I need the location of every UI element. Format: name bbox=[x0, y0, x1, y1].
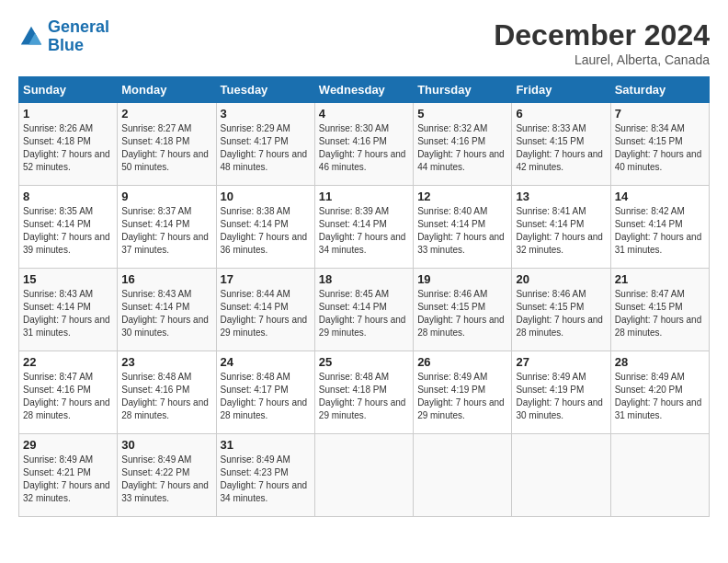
day-number: 21 bbox=[615, 272, 705, 286]
day-number: 19 bbox=[417, 272, 507, 286]
day-info: Sunrise: 8:26 AM Sunset: 4:18 PM Dayligh… bbox=[23, 122, 113, 174]
day-info: Sunrise: 8:47 AM Sunset: 4:16 PM Dayligh… bbox=[23, 371, 113, 422]
day-number: 14 bbox=[615, 190, 705, 203]
day-number: 6 bbox=[516, 107, 606, 121]
day-number: 4 bbox=[319, 107, 409, 121]
day-info: Sunrise: 8:32 AM Sunset: 4:16 PM Dayligh… bbox=[417, 122, 507, 174]
day-info: Sunrise: 8:35 AM Sunset: 4:14 PM Dayligh… bbox=[23, 205, 113, 257]
day-info: Sunrise: 8:27 AM Sunset: 4:18 PM Dayligh… bbox=[121, 122, 211, 174]
calendar-day-cell: 28 Sunrise: 8:49 AM Sunset: 4:20 PM Dayl… bbox=[610, 351, 709, 434]
day-number: 16 bbox=[121, 272, 211, 286]
calendar-week-row: 29 Sunrise: 8:49 AM Sunset: 4:21 PM Dayl… bbox=[19, 434, 710, 517]
calendar-day-cell: 24 Sunrise: 8:48 AM Sunset: 4:17 PM Dayl… bbox=[216, 351, 314, 434]
day-info: Sunrise: 8:49 AM Sunset: 4:23 PM Dayligh… bbox=[221, 454, 311, 505]
calendar-day-cell: 21 Sunrise: 8:47 AM Sunset: 4:15 PM Dayl… bbox=[610, 269, 709, 351]
calendar-day-cell bbox=[512, 434, 610, 517]
day-header-sunday: Sunday bbox=[19, 77, 118, 103]
day-number: 8 bbox=[23, 190, 113, 203]
day-number: 29 bbox=[23, 438, 113, 452]
day-header-monday: Monday bbox=[118, 77, 216, 103]
day-info: Sunrise: 8:30 AM Sunset: 4:16 PM Dayligh… bbox=[319, 122, 409, 174]
day-info: Sunrise: 8:49 AM Sunset: 4:20 PM Dayligh… bbox=[615, 371, 705, 422]
calendar-day-cell: 30 Sunrise: 8:49 AM Sunset: 4:22 PM Dayl… bbox=[118, 434, 216, 517]
day-info: Sunrise: 8:33 AM Sunset: 4:15 PM Dayligh… bbox=[516, 122, 606, 174]
calendar-day-cell: 9 Sunrise: 8:37 AM Sunset: 4:14 PM Dayli… bbox=[118, 186, 216, 269]
day-number: 12 bbox=[417, 190, 507, 203]
day-number: 3 bbox=[221, 107, 311, 121]
day-number: 30 bbox=[121, 438, 211, 452]
calendar-week-row: 1 Sunrise: 8:26 AM Sunset: 4:18 PM Dayli… bbox=[19, 103, 710, 186]
day-number: 7 bbox=[615, 107, 705, 121]
day-info: Sunrise: 8:48 AM Sunset: 4:17 PM Dayligh… bbox=[221, 371, 311, 422]
day-header-tuesday: Tuesday bbox=[216, 77, 314, 103]
month-title: December 2024 bbox=[494, 18, 710, 52]
calendar-day-cell: 12 Sunrise: 8:40 AM Sunset: 4:14 PM Dayl… bbox=[414, 186, 512, 269]
calendar-day-cell bbox=[314, 434, 413, 517]
day-info: Sunrise: 8:37 AM Sunset: 4:14 PM Dayligh… bbox=[121, 205, 211, 257]
calendar-day-cell bbox=[414, 434, 512, 517]
calendar-day-cell: 26 Sunrise: 8:49 AM Sunset: 4:19 PM Dayl… bbox=[414, 351, 512, 434]
calendar-header-row: SundayMondayTuesdayWednesdayThursdayFrid… bbox=[19, 77, 710, 103]
day-header-friday: Friday bbox=[512, 77, 610, 103]
calendar-body: 1 Sunrise: 8:26 AM Sunset: 4:18 PM Dayli… bbox=[19, 103, 710, 517]
calendar-day-cell bbox=[610, 434, 709, 517]
day-number: 31 bbox=[221, 438, 311, 452]
calendar-day-cell: 6 Sunrise: 8:33 AM Sunset: 4:15 PM Dayli… bbox=[512, 103, 610, 186]
day-info: Sunrise: 8:48 AM Sunset: 4:16 PM Dayligh… bbox=[121, 371, 211, 422]
calendar-week-row: 15 Sunrise: 8:43 AM Sunset: 4:14 PM Dayl… bbox=[19, 269, 710, 351]
day-info: Sunrise: 8:41 AM Sunset: 4:14 PM Dayligh… bbox=[516, 205, 606, 257]
day-info: Sunrise: 8:29 AM Sunset: 4:17 PM Dayligh… bbox=[221, 122, 311, 174]
day-info: Sunrise: 8:46 AM Sunset: 4:15 PM Dayligh… bbox=[417, 288, 507, 339]
day-number: 22 bbox=[23, 355, 113, 369]
calendar-day-cell: 17 Sunrise: 8:44 AM Sunset: 4:14 PM Dayl… bbox=[216, 269, 314, 351]
day-info: Sunrise: 8:42 AM Sunset: 4:14 PM Dayligh… bbox=[615, 205, 705, 257]
calendar-day-cell: 13 Sunrise: 8:41 AM Sunset: 4:14 PM Dayl… bbox=[512, 186, 610, 269]
calendar-day-cell: 14 Sunrise: 8:42 AM Sunset: 4:14 PM Dayl… bbox=[610, 186, 709, 269]
calendar-day-cell: 15 Sunrise: 8:43 AM Sunset: 4:14 PM Dayl… bbox=[19, 269, 118, 351]
day-info: Sunrise: 8:49 AM Sunset: 4:22 PM Dayligh… bbox=[121, 454, 211, 505]
calendar-day-cell: 4 Sunrise: 8:30 AM Sunset: 4:16 PM Dayli… bbox=[314, 103, 413, 186]
day-info: Sunrise: 8:47 AM Sunset: 4:15 PM Dayligh… bbox=[615, 288, 705, 339]
calendar-day-cell: 7 Sunrise: 8:34 AM Sunset: 4:15 PM Dayli… bbox=[610, 103, 709, 186]
day-number: 26 bbox=[417, 355, 507, 369]
calendar-day-cell: 1 Sunrise: 8:26 AM Sunset: 4:18 PM Dayli… bbox=[19, 103, 118, 186]
day-number: 23 bbox=[121, 355, 211, 369]
day-info: Sunrise: 8:43 AM Sunset: 4:14 PM Dayligh… bbox=[23, 288, 113, 339]
logo-text: General Blue bbox=[48, 18, 109, 55]
day-number: 11 bbox=[319, 190, 409, 203]
calendar-day-cell: 19 Sunrise: 8:46 AM Sunset: 4:15 PM Dayl… bbox=[414, 269, 512, 351]
day-info: Sunrise: 8:49 AM Sunset: 4:19 PM Dayligh… bbox=[417, 371, 507, 422]
day-header-thursday: Thursday bbox=[414, 77, 512, 103]
day-info: Sunrise: 8:39 AM Sunset: 4:14 PM Dayligh… bbox=[319, 205, 409, 257]
location-title: Laurel, Alberta, Canada bbox=[494, 52, 710, 67]
day-number: 1 bbox=[23, 107, 113, 121]
day-number: 10 bbox=[221, 190, 311, 203]
day-number: 13 bbox=[516, 190, 606, 203]
day-info: Sunrise: 8:49 AM Sunset: 4:21 PM Dayligh… bbox=[23, 454, 113, 505]
calendar-day-cell: 25 Sunrise: 8:48 AM Sunset: 4:18 PM Dayl… bbox=[314, 351, 413, 434]
calendar-day-cell: 10 Sunrise: 8:38 AM Sunset: 4:14 PM Dayl… bbox=[216, 186, 314, 269]
calendar-day-cell: 18 Sunrise: 8:45 AM Sunset: 4:14 PM Dayl… bbox=[314, 269, 413, 351]
calendar-day-cell: 31 Sunrise: 8:49 AM Sunset: 4:23 PM Dayl… bbox=[216, 434, 314, 517]
page-header: General Blue December 2024 Laurel, Alber… bbox=[18, 18, 710, 67]
calendar-day-cell: 16 Sunrise: 8:43 AM Sunset: 4:14 PM Dayl… bbox=[118, 269, 216, 351]
calendar-day-cell: 29 Sunrise: 8:49 AM Sunset: 4:21 PM Dayl… bbox=[19, 434, 118, 517]
day-info: Sunrise: 8:46 AM Sunset: 4:15 PM Dayligh… bbox=[516, 288, 606, 339]
day-info: Sunrise: 8:38 AM Sunset: 4:14 PM Dayligh… bbox=[221, 205, 311, 257]
day-info: Sunrise: 8:45 AM Sunset: 4:14 PM Dayligh… bbox=[319, 288, 409, 339]
calendar-day-cell: 22 Sunrise: 8:47 AM Sunset: 4:16 PM Dayl… bbox=[19, 351, 118, 434]
calendar-day-cell: 2 Sunrise: 8:27 AM Sunset: 4:18 PM Dayli… bbox=[118, 103, 216, 186]
calendar-week-row: 8 Sunrise: 8:35 AM Sunset: 4:14 PM Dayli… bbox=[19, 186, 710, 269]
calendar-week-row: 22 Sunrise: 8:47 AM Sunset: 4:16 PM Dayl… bbox=[19, 351, 710, 434]
calendar-day-cell: 23 Sunrise: 8:48 AM Sunset: 4:16 PM Dayl… bbox=[118, 351, 216, 434]
calendar-day-cell: 11 Sunrise: 8:39 AM Sunset: 4:14 PM Dayl… bbox=[314, 186, 413, 269]
calendar-day-cell: 5 Sunrise: 8:32 AM Sunset: 4:16 PM Dayli… bbox=[414, 103, 512, 186]
day-number: 9 bbox=[121, 190, 211, 203]
calendar-day-cell: 27 Sunrise: 8:49 AM Sunset: 4:19 PM Dayl… bbox=[512, 351, 610, 434]
calendar-table: SundayMondayTuesdayWednesdayThursdayFrid… bbox=[18, 76, 710, 517]
day-header-saturday: Saturday bbox=[610, 77, 709, 103]
day-number: 28 bbox=[615, 355, 705, 369]
calendar-day-cell: 3 Sunrise: 8:29 AM Sunset: 4:17 PM Dayli… bbox=[216, 103, 314, 186]
day-header-wednesday: Wednesday bbox=[314, 77, 413, 103]
day-number: 18 bbox=[319, 272, 409, 286]
